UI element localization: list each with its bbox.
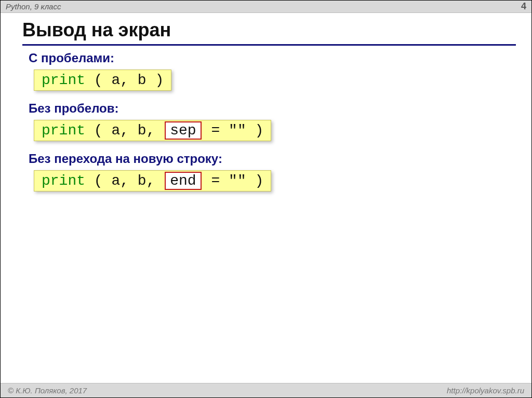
course-label: Python, 9 класс [6, 2, 61, 11]
title-divider [22, 44, 516, 46]
footer-bar: © К.Ю. Поляков, 2017 http://kpolyakov.sp… [1, 383, 531, 397]
content-area: Вывод на экран С пробелами: print ( a, b… [1, 13, 531, 383]
copyright-label: © К.Ю. Поляков, 2017 [8, 386, 87, 395]
section-label: Без перехода на новую строку: [29, 152, 516, 166]
top-bar: Python, 9 класс 4 [1, 1, 531, 13]
code-text: ( a, b ) [85, 72, 164, 88]
code-text: ( a, b, [85, 122, 164, 139]
code-box: print ( a, b, end = "" ) [34, 170, 271, 191]
code-keyword: print [42, 72, 85, 88]
code-box: print ( a, b ) [34, 70, 171, 91]
section-label: Без пробелов: [29, 101, 516, 116]
code-box: print ( a, b, sep = "" ) [34, 120, 271, 141]
page-number: 4 [521, 1, 526, 12]
code-keyword: print [42, 173, 85, 189]
code-text: = "" ) [203, 122, 264, 139]
code-highlight: sep [165, 121, 201, 140]
code-text: ( a, b, [85, 173, 164, 189]
slide: Python, 9 класс 4 Вывод на экран С пробе… [0, 0, 532, 398]
slide-title: Вывод на экран [22, 19, 516, 41]
code-highlight: end [165, 172, 201, 190]
code-keyword: print [42, 122, 85, 139]
footer-url: http://kpolyakov.spb.ru [447, 386, 524, 395]
code-text: = "" ) [203, 173, 264, 189]
section-label: С пробелами: [29, 51, 516, 65]
